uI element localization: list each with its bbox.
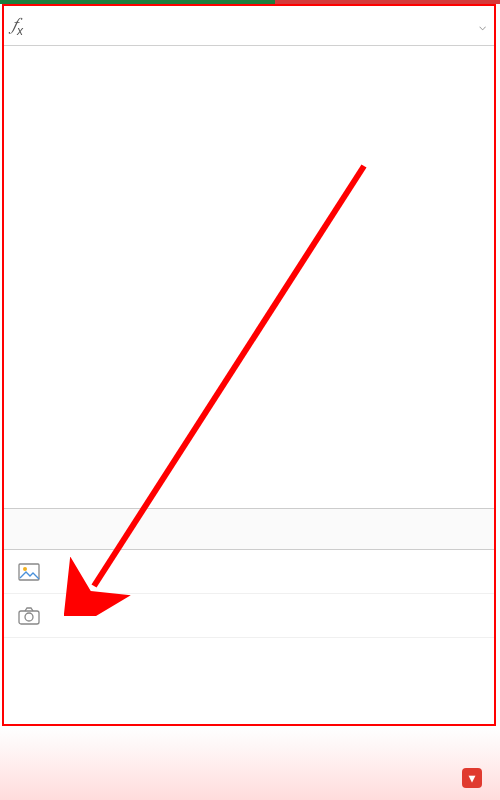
page-root: 𝑓x ⌵	[0, 0, 500, 800]
fx-icon: 𝑓x	[12, 14, 23, 38]
ribbon-bar	[4, 508, 494, 550]
page-footer: ▾	[0, 730, 500, 800]
svg-point-1	[23, 567, 27, 571]
svg-point-3	[25, 613, 33, 621]
spreadsheet-grid[interactable]	[4, 46, 494, 508]
brand-badge-icon: ▾	[462, 768, 482, 788]
brand-watermark: ▾	[462, 762, 490, 794]
formula-bar[interactable]: 𝑓x ⌵	[4, 6, 494, 46]
option-photo[interactable]	[4, 550, 494, 594]
annotated-frame: 𝑓x ⌵	[2, 4, 496, 726]
photo-icon	[18, 561, 40, 583]
chevron-down-icon[interactable]: ⌵	[479, 19, 486, 33]
svg-rect-0	[19, 564, 39, 580]
insert-options-list	[4, 550, 494, 638]
option-camera[interactable]	[4, 594, 494, 638]
camera-icon	[18, 605, 40, 627]
